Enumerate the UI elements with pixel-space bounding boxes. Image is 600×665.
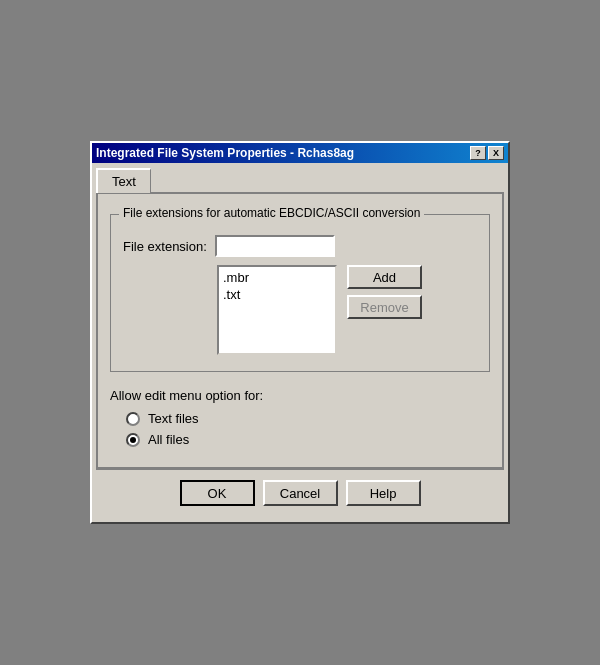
file-extension-input[interactable] (215, 235, 335, 257)
listbox-and-buttons: .mbr .txt Add Remove (217, 265, 477, 355)
help-button[interactable]: Help (346, 480, 421, 506)
tab-content: File extensions for automatic EBCDIC/ASC… (96, 192, 504, 469)
add-button[interactable]: Add (347, 265, 422, 289)
window-title: Integrated File System Properties - Rcha… (96, 146, 354, 160)
radio-group: Text files All files (126, 411, 490, 447)
tab-text[interactable]: Text (96, 168, 151, 193)
title-bar-buttons: ? X (470, 146, 504, 160)
window-body: Text File extensions for automatic EBCDI… (92, 163, 508, 522)
radio-circle-text-files (126, 412, 140, 426)
help-title-button[interactable]: ? (470, 146, 486, 160)
extensions-listbox[interactable]: .mbr .txt (217, 265, 337, 355)
close-title-button[interactable]: X (488, 146, 504, 160)
group-box-legend: File extensions for automatic EBCDIC/ASC… (119, 206, 424, 220)
remove-button[interactable]: Remove (347, 295, 422, 319)
radio-circle-all-files (126, 433, 140, 447)
cancel-button[interactable]: Cancel (263, 480, 338, 506)
file-extension-row: File extension: (123, 235, 477, 257)
ok-button[interactable]: OK (180, 480, 255, 506)
radio-label-text-files: Text files (148, 411, 199, 426)
list-item[interactable]: .txt (221, 286, 333, 303)
title-bar: Integrated File System Properties - Rcha… (92, 143, 508, 163)
radio-label-all-files: All files (148, 432, 189, 447)
bottom-bar: OK Cancel Help (96, 469, 504, 518)
main-window: Integrated File System Properties - Rcha… (90, 141, 510, 524)
radio-all-files[interactable]: All files (126, 432, 490, 447)
file-extensions-group: File extensions for automatic EBCDIC/ASC… (110, 214, 490, 372)
edit-menu-label: Allow edit menu option for: (110, 388, 490, 403)
action-buttons: Add Remove (347, 265, 422, 355)
edit-menu-section: Allow edit menu option for: Text files A… (110, 388, 490, 447)
tab-bar: Text (96, 167, 504, 192)
list-item[interactable]: .mbr (221, 269, 333, 286)
radio-text-files[interactable]: Text files (126, 411, 490, 426)
file-extension-label: File extension: (123, 235, 207, 254)
